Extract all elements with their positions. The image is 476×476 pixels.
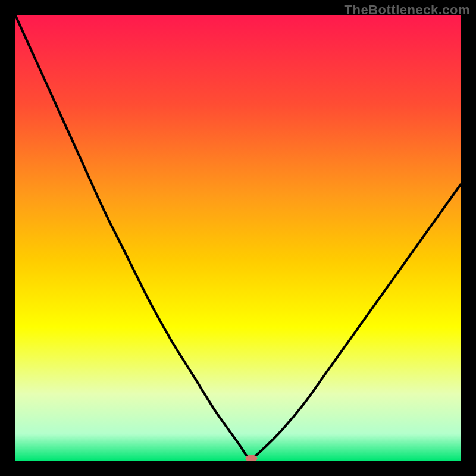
- chart-background: [15, 15, 461, 461]
- chart-frame: TheBottleneck.com: [0, 0, 476, 476]
- attribution-label: TheBottleneck.com: [345, 2, 470, 18]
- bottleneck-chart: [15, 15, 461, 461]
